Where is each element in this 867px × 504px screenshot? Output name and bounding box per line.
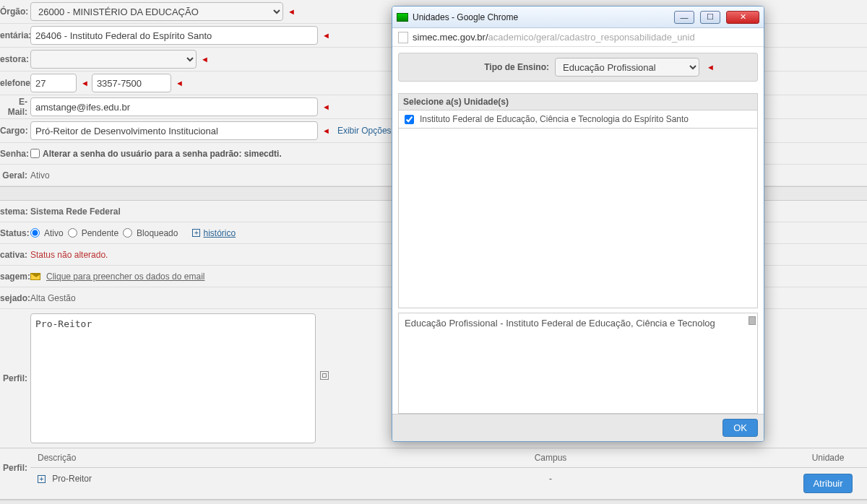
status-ativo-radio[interactable]: [30, 228, 40, 238]
geral-value: Ativo: [30, 170, 50, 181]
label-telefone: elefone:: [0, 78, 30, 88]
minimize-button[interactable]: —: [674, 11, 694, 24]
label-email: E-Mail:: [0, 97, 30, 117]
label-orgao: Órgão:: [0, 6, 30, 17]
label-perfil2: Perfil:: [0, 448, 30, 499]
cell-campus: -: [312, 468, 789, 499]
label-sistema: stema:: [0, 207, 30, 217]
senha-checkbox-label[interactable]: Alterar a senha do usuário para a senha …: [30, 149, 282, 159]
cargo-input[interactable]: [30, 121, 318, 140]
app-icon: [397, 13, 408, 22]
status-pendente-radio[interactable]: [68, 228, 77, 238]
sistema-value: Sistema Rede Federal: [30, 207, 121, 217]
tipo-ensino-select[interactable]: Educação Profissional: [555, 58, 699, 77]
required-marker: ◄: [707, 63, 715, 71]
col-unidade: Unidade: [789, 448, 867, 468]
unit-checkbox[interactable]: [405, 115, 414, 124]
selecione-header: Selecione a(s) Unidade(s): [398, 93, 758, 110]
label-entaria: entária:: [0, 30, 30, 40]
result-box[interactable]: Educação Profissional - Instituto Federa…: [398, 313, 758, 414]
atribuir-button[interactable]: Atribuir: [803, 474, 852, 493]
page-icon: [398, 32, 408, 43]
label-cargo: Cargo:: [0, 126, 30, 136]
required-marker: ◄: [288, 7, 296, 16]
table-row: + Pro-Reitor: [30, 468, 312, 499]
label-estora: estora:: [0, 54, 30, 64]
mail-icon: [30, 273, 40, 280]
popup-window: Unidades - Google Chrome — ☐ ✕ simec.mec…: [392, 6, 764, 442]
tipo-ensino-row: Tipo de Ensino: Educação Profissional ◄: [398, 53, 758, 82]
label-geral: Geral:: [0, 170, 30, 181]
action-bar: Salvar Voltar: [0, 500, 867, 504]
unit-row: Instituto Federal de Educação, Ciência e…: [398, 110, 758, 129]
senha-checkbox[interactable]: [30, 149, 40, 158]
label-perfil: Perfil:: [0, 373, 30, 383]
historico-link[interactable]: + histórico: [192, 228, 236, 238]
popup-footer: OK: [392, 414, 764, 441]
email-input[interactable]: [30, 97, 318, 116]
label-senha: Senha:: [0, 149, 30, 159]
label-sejado: sejado:: [0, 293, 30, 303]
ok-button[interactable]: OK: [722, 419, 758, 437]
status-bloqueado-radio[interactable]: [123, 228, 132, 238]
sejado-value: Alta Gestão: [30, 293, 76, 303]
estora-select[interactable]: [30, 50, 197, 69]
label-cativa: cativa:: [0, 250, 30, 260]
cativa-value: Status não alterado.: [30, 250, 108, 260]
cell-unidade: Atribuir: [789, 468, 867, 499]
required-marker: ◄: [322, 126, 330, 135]
entaria-input[interactable]: [30, 26, 318, 45]
unit-name: Instituto Federal de Educação, Ciência e…: [420, 114, 689, 124]
required-marker: ◄: [201, 55, 209, 64]
sagem-link[interactable]: Clique para preencher os dados do email: [46, 271, 204, 282]
col-campus: Campus: [312, 448, 789, 468]
popup-titlebar[interactable]: Unidades - Google Chrome — ☐ ✕: [392, 6, 764, 28]
unit-list-spacer: [398, 129, 758, 308]
telefone-num-input[interactable]: [92, 74, 171, 92]
required-marker: ◄: [322, 31, 330, 40]
tipo-ensino-label: Tipo de Ensino:: [405, 62, 549, 72]
perfil-table: Perfil: Descrição Campus Unidade + Pro-R…: [0, 448, 867, 500]
address-bar[interactable]: simec.mec.gov.br/academico/geral/cadastr…: [392, 28, 764, 47]
url-host: simec.mec.gov.br/: [413, 32, 488, 43]
perfil-textarea[interactable]: [30, 313, 316, 443]
label-sagem: sagem:: [0, 271, 30, 282]
required-marker: ◄: [176, 79, 184, 87]
required-marker: ◄: [81, 79, 89, 87]
label-status: Status:: [0, 228, 30, 238]
close-button[interactable]: ✕: [726, 11, 759, 24]
popup-title: Unidades - Google Chrome: [413, 12, 668, 22]
maximize-button[interactable]: ☐: [700, 11, 720, 24]
expand-row-icon[interactable]: +: [38, 475, 46, 483]
required-marker: ◄: [322, 103, 330, 111]
scroll-up-icon[interactable]: [749, 316, 756, 325]
plus-icon: +: [192, 229, 200, 237]
url-path: academico/geral/cadastro_responsabilidad…: [488, 32, 695, 43]
expand-icon[interactable]: [320, 371, 329, 380]
orgao-select[interactable]: 26000 - MINISTÉRIO DA EDUCAÇÃO: [30, 2, 283, 21]
col-descricao: Descrição: [30, 448, 312, 468]
telefone-ddd-input[interactable]: [30, 74, 77, 92]
exibir-opcoes-link[interactable]: Exibir Opções: [337, 126, 392, 136]
